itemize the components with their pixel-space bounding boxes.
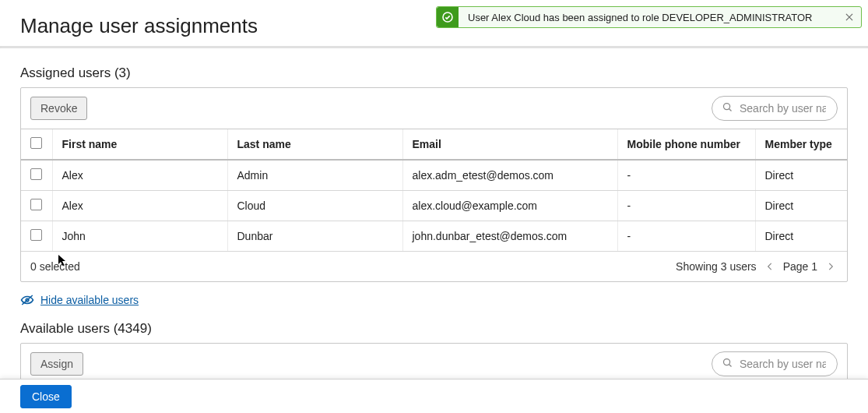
cell-phone: - <box>617 160 755 191</box>
assigned-toolbar: Revoke <box>21 88 847 129</box>
revoke-button[interactable]: Revoke <box>30 97 87 120</box>
row-checkbox[interactable] <box>30 229 42 241</box>
eye-off-icon <box>20 293 34 307</box>
available-heading: Available users (4349) <box>20 321 848 337</box>
table-row[interactable]: John Dunbar john.dunbar_etest@demos.com … <box>21 221 847 252</box>
prev-page-button[interactable] <box>763 259 777 274</box>
cell-type: Direct <box>755 191 847 221</box>
col-phone[interactable]: Mobile phone number <box>617 129 755 160</box>
cell-type: Direct <box>755 160 847 191</box>
row-checkbox[interactable] <box>30 168 42 180</box>
showing-text: Showing 3 users <box>676 260 757 273</box>
cell-phone: - <box>617 191 755 221</box>
toast-close-button[interactable] <box>838 12 861 23</box>
hide-available-link[interactable]: Hide available users <box>40 294 139 306</box>
select-all-checkbox[interactable] <box>30 137 42 149</box>
svg-point-3 <box>724 359 730 365</box>
col-last-name[interactable]: Last name <box>227 129 402 160</box>
next-page-button[interactable] <box>824 259 838 274</box>
assign-button[interactable]: Assign <box>30 352 83 376</box>
success-icon <box>437 7 459 27</box>
assigned-search-box[interactable] <box>712 96 838 121</box>
cell-email: john.dunbar_etest@demos.com <box>402 221 617 252</box>
available-search-input[interactable] <box>738 357 828 371</box>
cell-first: Alex <box>52 160 227 191</box>
col-member-type[interactable]: Member type <box>755 129 847 160</box>
selection-count: 0 selected <box>30 260 80 273</box>
hide-available-row: Hide available users <box>20 293 848 307</box>
svg-point-1 <box>724 104 730 110</box>
toast-message: User Alex Cloud has been assigned to rol… <box>459 12 838 23</box>
table-row[interactable]: Alex Cloud alex.cloud@example.com - Dire… <box>21 191 847 221</box>
cell-last: Admin <box>227 160 402 191</box>
col-first-name[interactable]: First name <box>52 129 227 160</box>
bottom-bar: Close <box>0 379 868 393</box>
success-toast: User Alex Cloud has been assigned to rol… <box>436 6 862 28</box>
paginator: Showing 3 users Page 1 <box>676 259 838 274</box>
cell-first: John <box>52 221 227 252</box>
cell-type: Direct <box>755 221 847 252</box>
assigned-table-region: Revoke First name Last name Email Mobile… <box>20 87 848 282</box>
assigned-table-footer: 0 selected Showing 3 users Page 1 <box>21 252 847 281</box>
close-button[interactable]: Close <box>20 385 72 394</box>
row-checkbox[interactable] <box>30 199 42 210</box>
header-region: Manage user assignments User Alex Cloud … <box>0 0 868 46</box>
search-icon <box>722 101 733 115</box>
cell-email: alex.adm_etest@demos.com <box>402 160 617 191</box>
assigned-table: First name Last name Email Mobile phone … <box>21 129 847 252</box>
page-indicator: Page 1 <box>783 260 817 273</box>
table-row[interactable]: Alex Admin alex.adm_etest@demos.com - Di… <box>21 160 847 191</box>
search-icon <box>722 357 733 371</box>
cell-email: alex.cloud@example.com <box>402 191 617 221</box>
cell-phone: - <box>617 221 755 252</box>
cell-last: Dunbar <box>227 221 402 252</box>
cell-last: Cloud <box>227 191 402 221</box>
col-email[interactable]: Email <box>402 129 617 160</box>
available-search-box[interactable] <box>712 351 838 376</box>
assigned-search-input[interactable] <box>738 101 828 115</box>
assigned-heading: Assigned users (3) <box>20 65 848 81</box>
cell-first: Alex <box>52 191 227 221</box>
